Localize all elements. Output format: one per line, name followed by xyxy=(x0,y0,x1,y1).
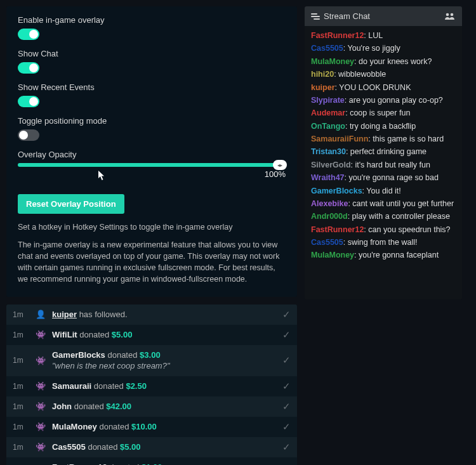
viewers-icon[interactable] xyxy=(444,13,456,20)
event-time: 1m xyxy=(13,443,29,452)
recent-events-list: 1m👤kuiper has followed.✓1m👾WifiLit donat… xyxy=(6,305,297,466)
chat-line: Cas5505: You're so jiggly xyxy=(311,43,456,55)
event-time: 1m xyxy=(13,331,29,339)
event-type-icon: 👤 xyxy=(36,310,46,319)
event-ack-check-icon[interactable]: ✓ xyxy=(282,421,291,433)
event-row: 1m👾FastRunner12 donated $1.00"Keep up th… xyxy=(6,457,297,465)
event-body: Samauraii donated $2.50 xyxy=(52,381,276,392)
event-row: 1m👾John donated $42.00✓ xyxy=(6,396,297,417)
event-body: Cas5505 donated $5.00 xyxy=(52,442,276,453)
chat-line: kuiper: YOU LOOK DRUNK xyxy=(311,82,456,94)
chat-title: Stream Chat xyxy=(324,11,370,21)
event-ack-check-icon[interactable]: ✓ xyxy=(282,355,291,366)
show-chat-label: Show Chat xyxy=(18,49,286,58)
event-body: GamerBlocks donated $3.00"when is the ne… xyxy=(52,350,276,372)
event-body: WifiLit donated $5.00 xyxy=(52,329,276,341)
chat-line: Audemar: coop is super fun xyxy=(311,107,456,119)
chat-settings-icon[interactable] xyxy=(311,13,320,20)
chat-line: Alexebike: cant wait until you get furth… xyxy=(311,198,456,210)
chat-line: GamerBlocks: You did it! xyxy=(311,185,456,197)
event-time: 1m xyxy=(13,356,29,365)
positioning-mode-toggle[interactable] xyxy=(18,129,39,141)
event-type-icon: 👾 xyxy=(36,402,46,411)
event-row: 1m👾Samauraii donated $2.50✓ xyxy=(6,376,297,396)
show-chat-toggle[interactable] xyxy=(18,62,39,74)
event-row: 1m👾GamerBlocks donated $3.00"when is the… xyxy=(6,345,297,376)
event-ack-check-icon[interactable]: ✓ xyxy=(282,329,291,341)
overlay-settings-panel: Enable in-game overlay Show Chat Show Re… xyxy=(6,6,297,297)
chat-line: MulaMoney: do your knees work? xyxy=(311,56,456,68)
chat-line: Wraith47: you're gonna rage so bad xyxy=(311,172,456,184)
event-row: 1m👾WifiLit donated $5.00✓ xyxy=(6,325,297,345)
chat-line: Tristan30: perfect drinking game xyxy=(311,146,456,158)
event-row: 1m👾MulaMoney donated $10.00✓ xyxy=(6,417,297,437)
hotkey-help-text: Set a hotkey in Hotkey Settings to toggl… xyxy=(18,223,286,232)
svg-point-0 xyxy=(446,13,449,16)
event-body: MulaMoney donated $10.00 xyxy=(52,421,276,433)
chat-line: Cas5505: swing from the wall! xyxy=(311,237,456,249)
svg-point-1 xyxy=(451,13,454,16)
event-type-icon: 👾 xyxy=(36,381,46,391)
event-body: kuiper has followed. xyxy=(52,309,276,320)
event-ack-check-icon[interactable]: ✓ xyxy=(282,442,291,453)
event-type-icon: 👾 xyxy=(36,442,46,452)
reset-overlay-position-button[interactable]: Reset Overlay Position xyxy=(18,194,124,214)
event-ack-check-icon[interactable]: ✓ xyxy=(282,309,291,320)
enable-overlay-label: Enable in-game overlay xyxy=(18,15,286,25)
chat-line: SilverGold: it's hard but really fun xyxy=(311,159,456,171)
chat-line: MulaMoney: you're gonna faceplant xyxy=(311,249,456,261)
event-body: FastRunner12 donated $1.00"Keep up the g… xyxy=(52,462,276,465)
opacity-label: Overlay Opacity xyxy=(18,150,286,159)
event-type-icon: 👾 xyxy=(36,356,46,365)
event-type-icon: 👾 xyxy=(36,422,46,431)
chat-line: Slypirate: are you gonna play co-op? xyxy=(311,95,456,107)
event-row: 1m👤kuiper has followed.✓ xyxy=(6,305,297,325)
event-ack-check-icon[interactable]: ✓ xyxy=(282,381,291,392)
event-time: 1m xyxy=(13,422,29,431)
chat-line: Andr000d: play with a controller please xyxy=(311,211,456,223)
stream-chat-panel: Stream Chat FastRunner12: LULCas5505: Yo… xyxy=(305,6,462,299)
overlay-description: The in-game overlay is a new experimenta… xyxy=(18,239,286,285)
show-events-label: Show Recent Events xyxy=(18,82,286,92)
event-row: 1m👾Cas5505 donated $5.00✓ xyxy=(6,437,297,457)
chat-line: SamauraiiFunn: this game is so hard xyxy=(311,133,456,145)
event-ack-check-icon[interactable]: ✓ xyxy=(282,401,291,412)
chat-line: hihi20: wibblewobble xyxy=(311,69,456,81)
opacity-value: 100% xyxy=(18,169,286,179)
event-body: John donated $42.00 xyxy=(52,401,276,412)
chat-line: FastRunner12: can you speedrun this? xyxy=(311,224,456,236)
event-time: 1m xyxy=(13,310,29,319)
show-events-toggle[interactable] xyxy=(18,96,39,107)
opacity-slider[interactable]: ◂▸ xyxy=(18,163,286,167)
event-type-icon: 👾 xyxy=(36,330,46,339)
event-time: 1m xyxy=(13,402,29,411)
event-time: 1m xyxy=(13,382,29,391)
opacity-slider-thumb[interactable]: ◂▸ xyxy=(273,160,287,170)
enable-overlay-toggle[interactable] xyxy=(18,29,39,40)
positioning-mode-label: Toggle positioning mode xyxy=(18,116,286,126)
chat-line: OnTango: try doing a backflip xyxy=(311,121,456,133)
chat-line: FastRunner12: LUL xyxy=(311,30,456,42)
